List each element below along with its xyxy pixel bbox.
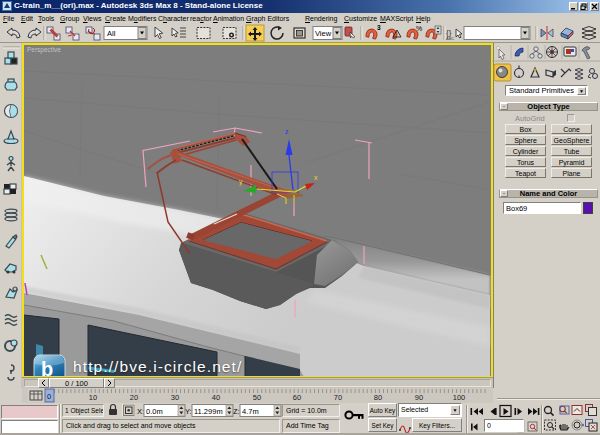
svg-text:80: 80 xyxy=(374,393,382,402)
svg-text:0.0m: 0.0m xyxy=(146,407,163,416)
svg-text:Z:: Z: xyxy=(233,407,240,416)
svg-text:70: 70 xyxy=(334,393,342,402)
svg-text:z: z xyxy=(285,128,289,135)
svg-text:y: y xyxy=(239,178,243,186)
svg-text:b: b xyxy=(41,358,53,378)
svg-text:100: 100 xyxy=(453,393,466,402)
svg-text:%: % xyxy=(416,25,422,32)
svg-text:0: 0 xyxy=(47,392,51,401)
svg-text:View: View xyxy=(315,29,332,38)
svg-text:All: All xyxy=(107,29,116,38)
svg-text:X:: X: xyxy=(137,407,144,416)
svg-text:50: 50 xyxy=(253,393,261,402)
svg-text:30: 30 xyxy=(171,393,179,402)
svg-text:20: 20 xyxy=(130,393,138,402)
svg-text:http://bve.i-circle.net/: http://bve.i-circle.net/ xyxy=(73,358,242,375)
svg-text:60: 60 xyxy=(293,393,301,402)
svg-text:11.299m: 11.299m xyxy=(194,407,223,416)
svg-text:10: 10 xyxy=(89,393,97,402)
svg-text:90: 90 xyxy=(415,393,423,402)
svg-text:40: 40 xyxy=(212,393,220,402)
svg-text:Y:: Y: xyxy=(185,407,192,416)
svg-text:x: x xyxy=(314,174,318,181)
svg-text:3: 3 xyxy=(377,24,381,31)
svg-text:Perspective: Perspective xyxy=(27,46,61,54)
svg-text:4.7m: 4.7m xyxy=(242,407,259,416)
svg-text:ABC: ABC xyxy=(446,36,454,41)
